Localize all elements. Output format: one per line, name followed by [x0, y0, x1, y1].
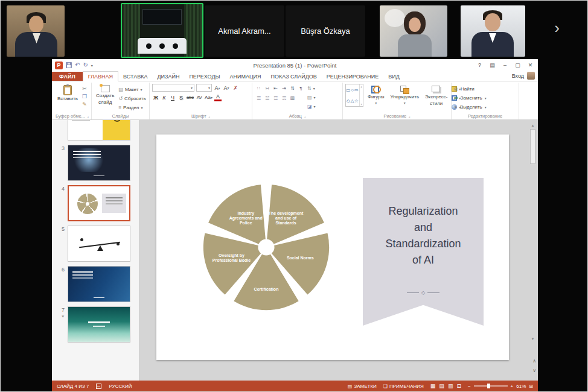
- italic-button[interactable]: К: [161, 93, 168, 101]
- scroll-up-icon[interactable]: ▲: [531, 124, 535, 127]
- comments-toggle[interactable]: ❏ ПРИМЕЧАНИЯ: [383, 384, 424, 389]
- tab-transitions[interactable]: ПЕРЕХОДЫ: [184, 72, 225, 81]
- qat-customize-icon[interactable]: ▾: [91, 63, 93, 68]
- reading-view-icon[interactable]: ▥: [448, 383, 453, 389]
- account-avatar[interactable]: [527, 72, 535, 80]
- thumbnail-slide-7[interactable]: 7 ✶: [52, 306, 134, 343]
- redo-icon[interactable]: ↻: [83, 62, 88, 68]
- scroll-down-icon[interactable]: ▼: [531, 337, 535, 341]
- thumbnail-image[interactable]: [68, 120, 130, 141]
- text-direction-button[interactable]: ⇅▾: [307, 84, 316, 92]
- shapes-gallery[interactable]: ▭ ○ ⇨ ◇ △ ☆ ▴ ▾: [345, 84, 363, 107]
- shrink-font-button[interactable]: А▾: [223, 84, 230, 92]
- thumbnail-slide-4-selected[interactable]: 4: [52, 185, 134, 221]
- tab-insert[interactable]: ВСТАВКА: [118, 72, 152, 81]
- gallery-down-icon[interactable]: ▾: [360, 103, 362, 106]
- vertical-scrollbar[interactable]: ▲ ▼: [529, 124, 536, 341]
- zoom-slider-handle[interactable]: [487, 384, 490, 388]
- grow-font-button[interactable]: А▴: [214, 84, 221, 92]
- font-size-combo[interactable]: ▾: [196, 84, 212, 92]
- shape-star-icon[interactable]: ☆: [354, 98, 359, 104]
- powerpoint-logo-icon[interactable]: P: [55, 62, 63, 69]
- select-button[interactable]: ➤ Выделить ▾: [454, 103, 487, 111]
- shape-rect-icon[interactable]: ▭: [346, 87, 351, 93]
- normal-view-icon[interactable]: ▦: [430, 383, 436, 389]
- slide-counter[interactable]: СЛАЙД 4 ИЗ 7: [57, 384, 89, 389]
- thumbnail-slide-2[interactable]: [52, 120, 134, 141]
- format-painter-icon[interactable]: ✎: [82, 101, 87, 107]
- next-slide-icon[interactable]: ∨: [532, 368, 536, 373]
- align-right-icon[interactable]: ☲: [272, 94, 280, 101]
- dialog-launcher-icon[interactable]: ⌟: [87, 114, 89, 119]
- paragraph-marks-icon[interactable]: ¶: [297, 84, 305, 92]
- align-left-icon[interactable]: ☰: [255, 94, 263, 101]
- scrollbar-thumb[interactable]: [530, 129, 535, 164]
- previous-slide-icon[interactable]: ∧: [532, 358, 536, 364]
- strikethrough-button[interactable]: abc: [186, 93, 194, 101]
- thumbnail-image[interactable]: [68, 266, 130, 302]
- align-text-button[interactable]: ▤▾: [307, 93, 316, 101]
- zoom-slider[interactable]: [474, 385, 508, 387]
- shapes-button[interactable]: Фигуры ▾: [366, 84, 386, 106]
- participant-video-man[interactable]: [7, 5, 65, 57]
- copy-icon[interactable]: ❐: [82, 93, 87, 100]
- tab-home[interactable]: ГЛАВНАЯ: [83, 71, 118, 81]
- paste-button[interactable]: Вставить: [56, 84, 80, 103]
- dialog-launcher-icon[interactable]: ⌟: [208, 114, 210, 119]
- thumbnail-slide-3[interactable]: 3: [52, 145, 134, 181]
- font-color-button[interactable]: А: [214, 94, 222, 101]
- thumbnail-image[interactable]: [68, 185, 130, 221]
- arrange-button[interactable]: Упорядочить ▾: [388, 84, 421, 106]
- bold-button[interactable]: Ж: [152, 93, 159, 101]
- dialog-launcher-icon[interactable]: ⌟: [408, 114, 410, 119]
- save-icon[interactable]: [66, 62, 72, 68]
- ribbon-display-options-icon[interactable]: ▤: [486, 62, 499, 68]
- clear-formatting-button[interactable]: ✗: [232, 84, 239, 92]
- dialog-launcher-icon[interactable]: ⌟: [304, 114, 305, 119]
- character-spacing-button[interactable]: AV: [196, 93, 203, 101]
- line-spacing-icon[interactable]: ⇅: [289, 84, 296, 92]
- shape-circle-icon[interactable]: ○: [351, 87, 354, 93]
- tab-design[interactable]: ДИЗАЙН: [152, 72, 184, 81]
- slide-canvas-area[interactable]: The development and use of Standards Soc…: [139, 120, 538, 381]
- replace-button[interactable]: ⇄ Заменить ▾: [454, 94, 487, 102]
- pie-diagram[interactable]: The development and use of Standards Soc…: [191, 172, 342, 323]
- thumbnail-image[interactable]: [68, 226, 130, 262]
- slideshow-view-icon[interactable]: ⊡: [456, 383, 461, 389]
- slide-4[interactable]: The development and use of Standards Soc…: [156, 134, 509, 360]
- proofing-icon[interactable]: [96, 384, 101, 389]
- smartart-convert-button[interactable]: ◪▾: [307, 103, 316, 110]
- increase-indent-icon[interactable]: ⇥: [280, 84, 288, 92]
- title-banner[interactable]: Regularization and Standardization of AI…: [363, 178, 484, 326]
- gallery-up-icon[interactable]: ▴: [360, 85, 362, 88]
- change-case-button[interactable]: Aa▾: [204, 93, 213, 101]
- participant-tile-busra[interactable]: Büşra Özkaya: [286, 5, 365, 57]
- sign-in-control[interactable]: Вход: [509, 72, 538, 81]
- columns-icon[interactable]: ▥: [289, 94, 296, 101]
- new-slide-button[interactable]: Создать слайд: [94, 84, 116, 107]
- bullets-icon[interactable]: ∷: [255, 84, 263, 92]
- restore-icon[interactable]: ▢: [511, 62, 524, 68]
- text-shadow-button[interactable]: S: [177, 93, 185, 101]
- participant-photo-man[interactable]: [461, 5, 525, 57]
- help-icon[interactable]: ?: [473, 62, 486, 68]
- find-button[interactable]: ◎ Найти: [454, 85, 475, 93]
- gallery-scrollbar[interactable]: ▴ ▾: [359, 84, 363, 106]
- tab-view[interactable]: ВИД: [383, 72, 404, 81]
- participant-photo-woman[interactable]: [380, 5, 447, 57]
- language-indicator[interactable]: РУССКИЙ: [109, 384, 132, 389]
- notes-toggle[interactable]: ▤ ЗАМЕТКИ: [348, 384, 377, 389]
- thumbnail-image[interactable]: [68, 306, 130, 343]
- tab-file[interactable]: ФАЙЛ: [52, 72, 83, 81]
- section-button[interactable]: ≡ Раздел ▾: [118, 104, 145, 111]
- underline-button[interactable]: Ч: [169, 93, 176, 101]
- thumbnail-slide-5[interactable]: 5: [52, 226, 134, 262]
- zoom-out-icon[interactable]: −: [468, 384, 471, 389]
- align-center-icon[interactable]: ☱: [263, 94, 271, 101]
- tab-animations[interactable]: АНИМАЦИЯ: [225, 72, 266, 81]
- undo-icon[interactable]: ↶: [75, 62, 80, 68]
- tab-slideshow[interactable]: ПОКАЗ СЛАЙДОВ: [266, 72, 322, 81]
- thumbnail-image[interactable]: [68, 145, 130, 181]
- tab-review[interactable]: РЕЦЕНЗИРОВАНИЕ: [322, 72, 384, 81]
- decrease-indent-icon[interactable]: ⇤: [272, 84, 280, 92]
